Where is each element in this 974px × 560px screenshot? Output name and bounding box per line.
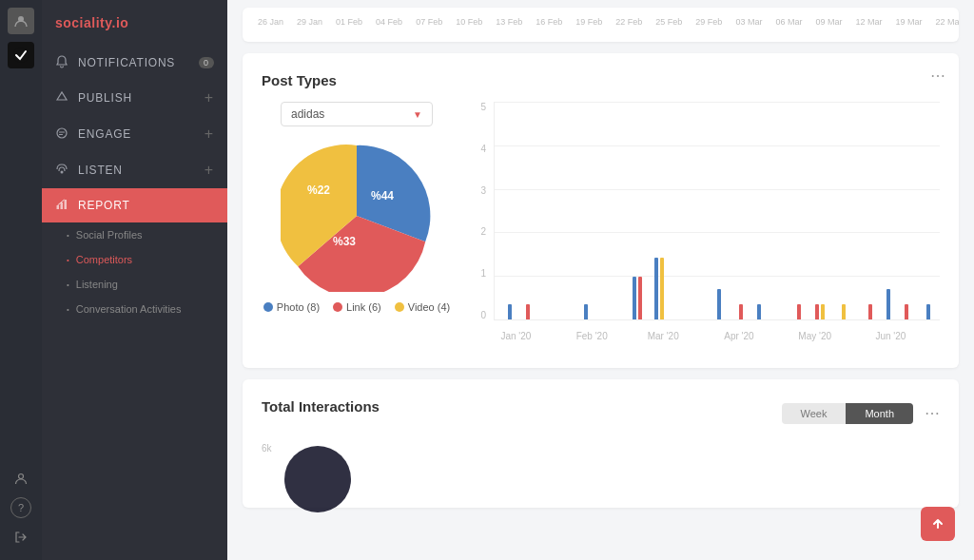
x-label-may: May '20 — [798, 331, 831, 341]
icon-bar: ? — [0, 0, 42, 560]
legend-dot-red — [333, 302, 342, 312]
nav-listen[interactable]: LISTEN + — [42, 152, 227, 188]
svg-rect-6 — [61, 203, 64, 209]
sidebar: sociality.io NOTIFICATIONS 0 PUBLISH + — [42, 0, 227, 560]
logout-icon-btn[interactable] — [8, 524, 34, 550]
nav-publish[interactable]: PUBLISH + — [42, 80, 227, 116]
bar-red — [526, 304, 530, 319]
gridline-5 — [495, 102, 940, 103]
bar-group-jun-3 — [905, 304, 908, 319]
bar-group-jun-1 — [868, 304, 872, 319]
bar-red — [868, 304, 872, 319]
bar-blue — [508, 304, 512, 319]
svg-point-8 — [284, 446, 351, 512]
bar-chart: 5 4 3 2 1 0 — [471, 102, 940, 349]
sub-social-profiles[interactable]: Social Profiles — [42, 222, 227, 247]
y-label-3: 3 — [480, 185, 486, 196]
legend-dot-yellow — [395, 302, 404, 312]
bar-red — [797, 304, 801, 319]
help-icon-btn[interactable]: ? — [10, 497, 31, 518]
bar-blue — [926, 304, 930, 319]
competitors-label: Competitors — [76, 254, 132, 265]
period-month-btn[interactable]: Month — [846, 403, 913, 424]
interactions-chart-svg — [280, 441, 356, 517]
gridline-1 — [495, 276, 940, 277]
bar-group-1 — [508, 304, 512, 319]
publish-plus-icon[interactable]: + — [205, 89, 214, 106]
engage-icon — [55, 126, 70, 142]
bar-group-may-3 — [842, 304, 846, 319]
chart-body — [494, 102, 940, 320]
bar-blue — [584, 304, 588, 319]
x-label-jan: Jan '20 — [500, 331, 531, 341]
social-profiles-label: Social Profiles — [76, 229, 143, 241]
post-types-title: Post Types — [262, 72, 940, 88]
interactions-y-label: 6k — [262, 441, 272, 454]
engage-plus-icon[interactable]: + — [205, 126, 214, 143]
y-label-5: 5 — [480, 102, 486, 112]
bar-group-apr-3 — [757, 304, 761, 319]
profile-icon-btn[interactable] — [8, 465, 34, 492]
bar-blue-tallest — [654, 258, 658, 319]
x-label-feb: Feb '20 — [576, 331, 608, 341]
user-avatar[interactable] — [8, 8, 34, 34]
bar-group-may-1 — [797, 304, 801, 319]
bar-yellow-tall — [660, 258, 664, 319]
interactions-menu-btn[interactable]: ⋯ — [925, 404, 940, 422]
legend-link-label: Link (6) — [346, 301, 381, 313]
legend-dot-blue — [263, 302, 273, 312]
total-interactions-card: Total Interactions Week Month ⋯ 6k — [243, 379, 959, 508]
gridline-4 — [495, 145, 940, 146]
brand-logo — [8, 42, 34, 68]
listen-plus-icon[interactable]: + — [205, 162, 214, 179]
listening-label: Listening — [76, 279, 118, 290]
publish-icon — [55, 90, 70, 106]
sub-conversation-activities[interactable]: Conversation Activities — [42, 297, 227, 321]
nav-publish-label: PUBLISH — [78, 91, 132, 105]
period-toggle: Week Month — [782, 403, 914, 424]
bar-red-tall — [638, 277, 642, 319]
post-types-menu-btn[interactable]: ⋯ — [930, 67, 945, 85]
post-types-card: Post Types ⋯ adidas ▼ — [243, 53, 959, 368]
nav-engage[interactable]: ENGAGE + — [42, 116, 227, 152]
pie-chart: %44 %33 %22 — [281, 140, 433, 292]
legend-link: Link (6) — [333, 301, 381, 313]
bar-blue — [886, 289, 890, 319]
bar-blue-sm — [757, 304, 761, 319]
adidas-dropdown[interactable]: adidas ▼ — [281, 102, 433, 126]
svg-point-4 — [61, 171, 64, 174]
report-icon — [55, 198, 70, 213]
x-label-mar: Mar '20 — [648, 331, 679, 341]
bar-group-2 — [526, 304, 530, 319]
bar-group-mar-1 — [633, 277, 642, 319]
nav-report[interactable]: REPORT — [42, 188, 227, 222]
nav-engage-label: ENGAGE — [78, 127, 131, 141]
y-label-2: 2 — [480, 226, 486, 237]
bar-group-apr-1 — [717, 289, 721, 319]
main-content: 26 Jan29 Jan01 Feb04 Feb 07 Feb10 Feb13 … — [227, 0, 974, 560]
bar-yellow — [821, 304, 825, 319]
gridline-2 — [495, 232, 940, 233]
legend-photo-label: Photo (8) — [277, 301, 320, 313]
bar-group-mar-2 — [654, 258, 664, 319]
interactions-header: Total Interactions Week Month ⋯ — [262, 398, 940, 428]
pie-label-blue: %44 — [371, 189, 394, 203]
x-axis: Jan '20 Feb '20 Mar '20 Apr '20 May '20 … — [494, 322, 940, 349]
scroll-top-btn[interactable] — [921, 507, 955, 541]
period-week-btn[interactable]: Week — [782, 403, 847, 424]
svg-point-3 — [57, 128, 67, 138]
nav-notifications[interactable]: NOTIFICATIONS 0 — [42, 46, 227, 80]
y-axis: 5 4 3 2 1 0 — [471, 102, 490, 320]
bar-red-sm — [739, 304, 743, 319]
top-dates-card: 26 Jan29 Jan01 Feb04 Feb 07 Feb10 Feb13 … — [243, 8, 959, 42]
pie-label-yellow: %22 — [307, 183, 330, 197]
svg-point-2 — [19, 474, 24, 479]
dropdown-arrow-icon: ▼ — [413, 109, 422, 120]
y-label-4: 4 — [480, 144, 486, 154]
sub-competitors[interactable]: Competitors — [42, 247, 227, 272]
app-logo: sociality.io — [42, 11, 227, 46]
bar-group-apr-2 — [739, 304, 743, 319]
pie-label-red: %33 — [333, 235, 356, 248]
x-label-jun: Jun '20 — [875, 331, 906, 341]
sub-listening[interactable]: Listening — [42, 272, 227, 297]
